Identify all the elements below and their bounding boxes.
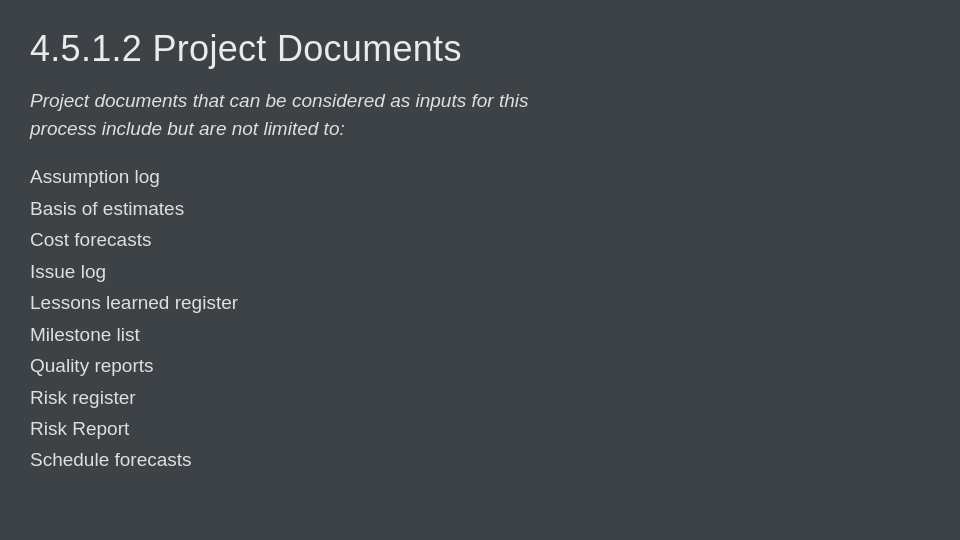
list-item: Lessons learned register <box>30 288 930 317</box>
list-item: Risk register <box>30 383 930 412</box>
list-item: Schedule forecasts <box>30 445 930 474</box>
list-item: Quality reports <box>30 351 930 380</box>
subtitle-line1: Project documents that can be considered… <box>30 90 529 111</box>
page-title: 4.5.1.2 Project Documents <box>30 28 930 69</box>
list-item: Milestone list <box>30 320 930 349</box>
subtitle-text: Project documents that can be considered… <box>30 87 910 142</box>
subtitle-line2: process include but are not limited to: <box>30 118 345 139</box>
list-item: Issue log <box>30 257 930 286</box>
list-item: Basis of estimates <box>30 194 930 223</box>
list-item: Cost forecasts <box>30 225 930 254</box>
document-list: Assumption logBasis of estimatesCost for… <box>30 162 930 474</box>
main-container: 4.5.1.2 Project Documents Project docume… <box>0 0 960 540</box>
list-item: Assumption log <box>30 162 930 191</box>
list-item: Risk Report <box>30 414 930 443</box>
